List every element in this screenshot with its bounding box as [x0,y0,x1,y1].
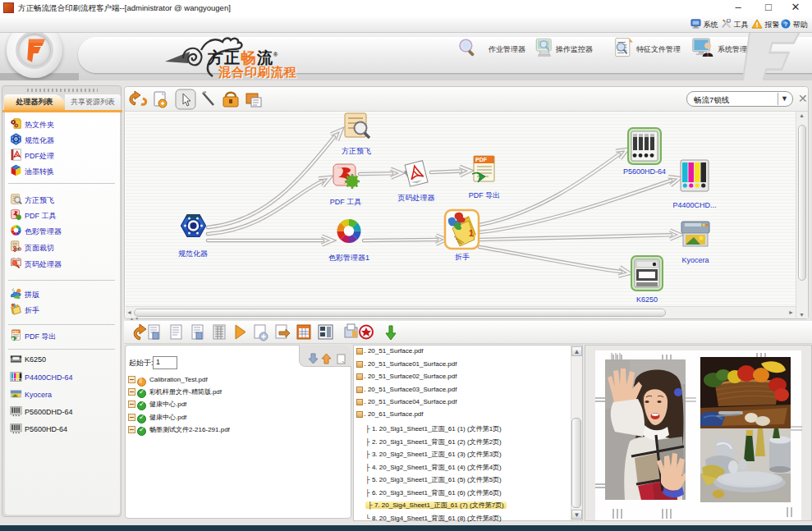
svg-text:PDF: PDF [475,157,488,163]
svg-text:PDF 工具: PDF 工具 [330,198,362,206]
svg-text:PDF 导出: PDF 导出 [469,191,501,199]
svg-text:PDF: PDF [12,331,19,334]
svg-text:Kyocera: Kyocera [681,256,709,264]
svg-text:页码处理器: 页码处理器 [397,194,435,202]
svg-text:方正预飞: 方正预飞 [342,147,371,155]
svg-text:K6250: K6250 [636,295,658,304]
svg-text:P4400CHD...: P4400CHD... [672,201,716,209]
svg-text:1: 1 [469,229,474,238]
svg-text:P5600HD-64: P5600HD-64 [623,167,666,176]
svg-text:规范化器: 规范化器 [178,249,208,258]
svg-text:?: ? [784,21,788,28]
svg-text:折手: 折手 [455,253,470,261]
svg-text:色彩管理器1: 色彩管理器1 [328,254,369,262]
